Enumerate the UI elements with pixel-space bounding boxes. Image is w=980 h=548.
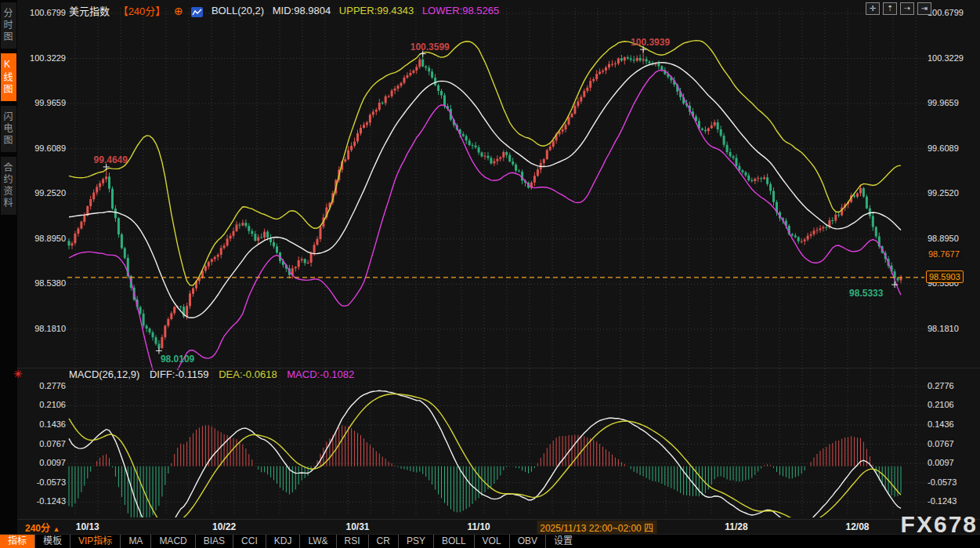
axis-tick-label: -0.1243 <box>22 496 66 506</box>
symbol-title: 美元指数 <box>69 5 110 17</box>
axis-tick-label: 0.0097 <box>22 458 66 467</box>
macd-diff-value: DIFF:-0.1159 <box>150 368 209 380</box>
chart-header: 美元指数 【240分】 ⊕ BOLL(20,2) MID:98.9804 UPP… <box>69 3 504 16</box>
toolbar-item-MA[interactable]: MA <box>120 535 150 548</box>
axis-tick-label: 98.5380 <box>22 278 66 288</box>
boll-label: BOLL(20,2) <box>212 5 264 16</box>
chart-toolbar-icons: ✛⇡⇢⇥ <box>866 2 931 15</box>
axis-tick-label: 99.2520 <box>928 188 975 198</box>
macd-macd-value: MACD:-0.1082 <box>287 368 354 380</box>
toolbar-item-BOLL[interactable]: BOLL <box>433 535 474 548</box>
sidebar-tab-item[interactable]: 分时图 <box>1 2 16 49</box>
axis-tick-label: 0.2776 <box>928 381 975 390</box>
axis-tick-label: 0.1436 <box>22 419 66 429</box>
period-badge: 【240分】 <box>118 5 166 17</box>
toolbar-item-BIAS[interactable]: BIAS <box>195 535 233 548</box>
axis-tick-label: 100.6799 <box>928 8 975 17</box>
axis-tick-label: 98.1810 <box>928 324 975 333</box>
x-axis-date-label: 12/08 <box>846 521 870 532</box>
shift-right-tool-icon[interactable]: ⇥ <box>917 2 931 15</box>
macd-header: MACD(26,12,9) DIFF:-0.1159 DEA:-0.0618 M… <box>69 368 361 380</box>
axis-tick-label: 99.9659 <box>22 98 66 107</box>
x-axis-date-label: 11/28 <box>725 521 747 532</box>
sidebar-tab-active[interactable]: K线图 <box>1 53 16 101</box>
axis-tick-label: 99.9659 <box>928 98 975 107</box>
axis-tick-label: 100.3229 <box>928 53 975 63</box>
scale-up-tool-icon[interactable]: ⇡ <box>883 2 897 15</box>
boll-mid-value: MID:98.9804 <box>273 5 331 16</box>
toolbar-item-KDJ[interactable]: KDJ <box>266 535 300 548</box>
axis-tick-label: 99.6089 <box>928 143 975 153</box>
x-axis-date-label: 10/31 <box>346 521 370 532</box>
x-axis-date-label: 11/10 <box>467 521 490 532</box>
toolbar-item-PSY[interactable]: PSY <box>398 535 433 548</box>
axis-tick-label: -0.0573 <box>928 477 975 487</box>
indicator-chart-icon[interactable] <box>191 7 203 17</box>
boll-upper-value: UPPER:99.4343 <box>339 5 414 16</box>
left-sidebar: 分时图K线图闪电图合约资料 <box>0 0 17 535</box>
axis-tick-label: 98.1810 <box>22 324 66 333</box>
toolbar-item-指标[interactable]: 指标 <box>0 535 34 548</box>
axis-tick-label: 0.2106 <box>928 400 975 409</box>
x-axis-date-label: 10/13 <box>76 521 99 532</box>
play-tool-icon[interactable]: ⇢ <box>900 2 914 15</box>
axis-tick-label: 0.0097 <box>928 458 975 467</box>
axis-tick-label: 100.6799 <box>22 8 66 17</box>
axis-tick-label: 0.0767 <box>22 439 66 448</box>
live-indicator-icon[interactable]: ✳ <box>13 368 23 380</box>
toolbar-item-LW&[interactable]: LW& <box>299 535 335 548</box>
prev-price-tag: 98.7677 <box>926 249 962 259</box>
price-extreme-label: 98.5333 <box>849 288 883 299</box>
boll-lower-value: LOWER:98.5265 <box>422 5 499 16</box>
price-extreme-label: 100.3599 <box>410 42 450 53</box>
price-extreme-label: 100.3939 <box>631 37 670 48</box>
toolbar-item-设置[interactable]: 设置 <box>545 535 580 548</box>
axis-tick-label: 0.0767 <box>928 439 975 448</box>
chart-app: { "chart_header": { "symbol": "美元指数", "p… <box>0 0 980 548</box>
axis-tick-label: 98.8950 <box>928 234 975 243</box>
x-axis-date-label: 10/22 <box>212 521 236 532</box>
price-extreme-label: 98.0109 <box>161 354 194 365</box>
toolbar-item-OBV[interactable]: OBV <box>509 535 545 548</box>
macd-name: MACD(26,12,9) <box>69 368 139 380</box>
axis-tick-label: 0.2106 <box>22 400 66 409</box>
toolbar-item-CCI[interactable]: CCI <box>233 535 266 548</box>
axis-tick-label: 99.6089 <box>22 143 66 153</box>
toolbar-item-VIP指标[interactable]: VIP指标 <box>70 535 120 548</box>
macd-dea-value: DEA:-0.0618 <box>219 368 277 380</box>
sidebar-tab-item[interactable]: 合约资料 <box>1 157 16 215</box>
toolbar-item-RSI[interactable]: RSI <box>336 535 368 548</box>
axis-tick-label: 99.2520 <box>22 188 66 198</box>
axis-tick-label: 0.2776 <box>22 381 66 390</box>
sidebar-tab-item[interactable]: 闪电图 <box>1 106 16 152</box>
candlestick-chart-canvas[interactable] <box>0 0 980 548</box>
axis-tick-label: 100.3229 <box>22 53 66 63</box>
toolbar-item-MACD[interactable]: MACD <box>150 535 194 548</box>
toolbar-item-CR[interactable]: CR <box>368 535 398 548</box>
axis-tick-label: -0.1243 <box>928 496 975 506</box>
x-axis-row: 240分 ▲ 2025/11/13 22:00~02:00 四 10/1310/… <box>0 520 980 535</box>
toolbar-item-VOL[interactable]: VOL <box>474 535 509 548</box>
axis-tick-label: 98.8950 <box>22 234 66 243</box>
bottom-toolbar: 指标模板VIP指标MAMACDBIASCCIKDJLW&RSICRPSYBOLL… <box>0 534 980 548</box>
add-indicator-icon[interactable]: ⊕ <box>174 5 183 17</box>
pan-tool-icon[interactable]: ✛ <box>866 2 880 15</box>
last-price-tag: 98.5903 <box>926 270 964 283</box>
toolbar-item-模板[interactable]: 模板 <box>34 535 70 548</box>
axis-tick-label: -0.0573 <box>22 477 66 487</box>
price-extreme-label: 99.4649 <box>94 154 128 165</box>
axis-tick-label: 0.1436 <box>928 419 975 429</box>
